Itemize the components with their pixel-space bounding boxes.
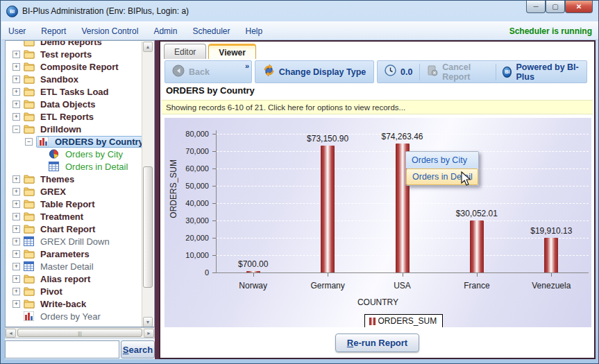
folder-icon <box>24 299 35 309</box>
report-tree-panel: Demo Reports+Test reports+Composite Repo… <box>5 40 155 327</box>
rerun-strip: Re-run Report <box>162 327 593 358</box>
menu-item-help[interactable]: Help <box>245 26 262 36</box>
tree-item-master-detail[interactable]: +Master Detail <box>6 260 143 272</box>
tree-item-label: Orders by Year <box>38 311 103 322</box>
tree-horizontal-scrollbar[interactable]: ◄ ||| ► <box>5 327 155 338</box>
mouse-cursor-icon <box>460 171 474 189</box>
menu-bar: UserReportVersion ControlAdminSchedulerH… <box>1 21 599 40</box>
expander-icon[interactable]: + <box>12 238 20 245</box>
x-category-label: Norway <box>215 281 292 291</box>
y-tick-mark <box>212 203 216 204</box>
expander-icon[interactable]: + <box>12 101 20 108</box>
menu-item-admin[interactable]: Admin <box>153 26 177 36</box>
minimize-button[interactable]: ─ <box>526 1 546 13</box>
tree-item-treatment[interactable]: +Treatment <box>6 210 143 223</box>
records-info-bar[interactable]: Showing records 6-10 of 21. Click here f… <box>162 100 593 114</box>
tree-item-demo-reports[interactable]: Demo Reports <box>6 40 143 48</box>
menu-item-report[interactable]: Report <box>41 26 66 36</box>
tree-item-label: Treatment <box>38 211 85 222</box>
bar-france[interactable] <box>470 220 484 272</box>
tree-hscrollbar-thumb[interactable]: ||| <box>17 329 142 337</box>
expander-icon[interactable]: + <box>12 88 20 96</box>
status-group: 0.0 Cancel Report BI Powered by BI-Plus <box>377 60 587 83</box>
expander-icon[interactable]: + <box>12 175 20 183</box>
tree-item-themes[interactable]: +Themes <box>6 173 143 185</box>
folder-icon <box>24 286 35 296</box>
tree-item-composite-report[interactable]: +Composite Report <box>6 60 143 73</box>
bar-germany[interactable] <box>321 146 335 272</box>
x-axis-label: COUNTRY <box>164 297 591 307</box>
tree-item-pivot[interactable]: +Pivot <box>6 285 143 297</box>
tree-item-sandbox[interactable]: +Sandbox <box>6 73 143 85</box>
expander-icon[interactable]: + <box>12 113 20 121</box>
tree-item-orders-by-city[interactable]: Orders by City <box>6 148 143 160</box>
expander-icon[interactable]: + <box>12 200 20 208</box>
menu-item-version-control[interactable]: Version Control <box>81 26 138 36</box>
tab-viewer[interactable]: Viewer <box>208 44 255 59</box>
tree-item-content: Drilldown <box>24 124 83 135</box>
search-button[interactable]: Search <box>121 340 155 358</box>
tree-item-content: ETL Reports <box>24 112 96 122</box>
tree-item-orders-by-year[interactable]: Orders by Year <box>6 310 143 322</box>
tree-item-chart-report[interactable]: +Chart Report <box>6 223 143 235</box>
tree-scrollbar-thumb[interactable] <box>143 166 153 288</box>
tree-item-label: ORDERS by Country <box>53 137 146 147</box>
scroll-down-icon[interactable]: ▼ <box>143 317 153 327</box>
expander-icon[interactable]: + <box>12 225 20 233</box>
bar-venezuela[interactable] <box>544 238 558 272</box>
expander-icon[interactable]: − <box>12 125 20 133</box>
tree-item-parameters[interactable]: +Parameters <box>6 248 143 260</box>
expander-icon[interactable]: + <box>12 300 20 308</box>
tree-item-grex[interactable]: +GREX <box>6 185 143 198</box>
context-menu-item-orders-by-city[interactable]: Orders by City <box>406 152 478 168</box>
menu-item-user[interactable]: User <box>8 26 26 36</box>
toolbar-overflow-icon[interactable]: » <box>245 62 249 70</box>
scroll-left-icon[interactable]: ◄ <box>6 329 16 338</box>
cancel-report-button[interactable]: Cancel Report <box>442 62 489 82</box>
close-button[interactable]: ✕ <box>565 1 593 13</box>
scroll-right-icon[interactable]: ► <box>144 329 154 338</box>
tree-item-table-report[interactable]: +Table Report <box>6 198 143 210</box>
tree-item-etl-tasks-load[interactable]: +ETL Tasks Load <box>6 85 143 98</box>
expander-icon[interactable]: + <box>12 250 20 258</box>
tree-item-content: ETL Tasks Load <box>24 87 111 97</box>
scroll-up-icon[interactable]: ▲ <box>143 42 153 52</box>
tree-vertical-scrollbar[interactable]: ▲ ▼ <box>142 42 153 327</box>
expander-icon[interactable]: + <box>12 288 20 295</box>
expander-icon[interactable]: + <box>12 63 20 71</box>
tree-item-write-back[interactable]: +Write-back <box>6 297 143 310</box>
tree-item-orders-in-detail[interactable]: Orders in Detail <box>6 160 143 173</box>
expander-icon[interactable]: + <box>12 188 20 196</box>
tree-item-content: Table Report <box>24 199 97 209</box>
maximize-button[interactable]: ▢ <box>546 1 565 13</box>
expander-icon[interactable]: + <box>12 51 20 58</box>
tree-item-content: Parameters <box>24 249 92 259</box>
expander-icon[interactable]: + <box>12 76 20 83</box>
expander-icon[interactable]: − <box>25 138 33 146</box>
expander-icon[interactable]: + <box>12 275 20 283</box>
expander-icon[interactable]: + <box>12 213 20 220</box>
report-title: ORDERS by Country <box>166 85 255 96</box>
tree-item-test-reports[interactable]: +Test reports <box>6 48 143 60</box>
tree-item-label: Drilldown <box>38 124 83 135</box>
menu-item-scheduler[interactable]: Scheduler <box>192 26 230 36</box>
tab-editor[interactable]: Editor <box>164 44 206 59</box>
tree-item-drilldown[interactable]: −Drilldown <box>6 123 143 135</box>
tree-item-grex-drill-down[interactable]: +GREX Drill Down <box>6 235 143 248</box>
tree-item-content: Sandbox <box>24 74 81 85</box>
tree-item-content: Orders by City <box>49 149 125 159</box>
search-input[interactable] <box>5 340 119 358</box>
back-button[interactable]: Back <box>189 67 210 77</box>
tree-item-orders-by-country[interactable]: −ORDERS by Country <box>6 135 143 148</box>
legend-label: ORDERS_SUM <box>378 316 437 326</box>
tree-item-alias-report[interactable]: +Alias report <box>6 272 143 285</box>
tree-item-etl-reports[interactable]: +ETL Reports <box>6 110 143 123</box>
tree-item-data-objects[interactable]: +Data Objects <box>6 98 143 110</box>
change-display-type-button[interactable]: Change Display Type <box>279 67 366 77</box>
tree-item-content: Composite Report <box>24 62 121 72</box>
x-tick-mark <box>403 273 403 277</box>
expander-icon[interactable]: + <box>12 263 20 270</box>
sidebar: Demo Reports+Test reports+Composite Repo… <box>5 40 155 359</box>
rerun-report-button[interactable]: Re-run Report <box>335 333 419 352</box>
bar-norway[interactable] <box>246 271 260 272</box>
